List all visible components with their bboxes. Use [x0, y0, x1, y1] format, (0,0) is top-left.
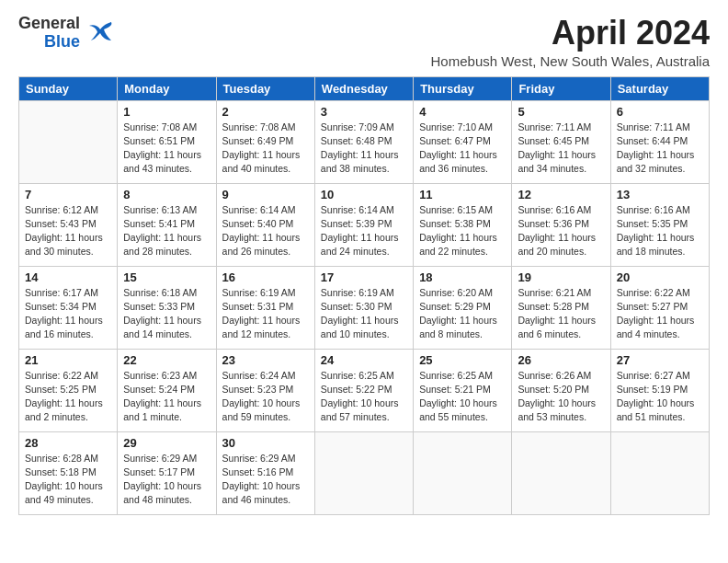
weekday-header-row: SundayMondayTuesdayWednesdayThursdayFrid… [19, 76, 710, 100]
page-header: General Blue April 2024 Homebush West, N… [18, 15, 710, 69]
calendar-week-row: 28Sunrise: 6:28 AM Sunset: 5:18 PM Dayli… [19, 431, 710, 514]
day-info: Sunrise: 6:13 AM Sunset: 5:41 PM Dayligh… [123, 203, 210, 259]
day-info: Sunrise: 6:14 AM Sunset: 5:40 PM Dayligh… [222, 203, 309, 259]
calendar-cell: 24Sunrise: 6:25 AM Sunset: 5:22 PM Dayli… [314, 349, 413, 431]
calendar-cell: 23Sunrise: 6:24 AM Sunset: 5:23 PM Dayli… [216, 349, 314, 431]
day-number: 30 [222, 436, 309, 450]
calendar-cell [314, 431, 413, 514]
day-number: 27 [617, 353, 703, 367]
day-info: Sunrise: 6:26 AM Sunset: 5:20 PM Dayligh… [518, 369, 604, 425]
calendar-cell: 12Sunrise: 6:16 AM Sunset: 5:36 PM Dayli… [512, 183, 610, 266]
calendar-cell: 19Sunrise: 6:21 AM Sunset: 5:28 PM Dayli… [512, 266, 610, 349]
day-info: Sunrise: 7:08 AM Sunset: 6:51 PM Dayligh… [123, 121, 210, 177]
calendar-cell: 10Sunrise: 6:14 AM Sunset: 5:39 PM Dayli… [314, 183, 413, 266]
calendar-cell: 26Sunrise: 6:26 AM Sunset: 5:20 PM Dayli… [512, 349, 610, 431]
day-number: 16 [222, 270, 309, 284]
weekday-header-thursday: Thursday [414, 76, 512, 100]
day-number: 14 [25, 270, 111, 284]
day-info: Sunrise: 6:22 AM Sunset: 5:27 PM Dayligh… [617, 286, 703, 342]
day-number: 5 [518, 105, 604, 119]
calendar-cell: 11Sunrise: 6:15 AM Sunset: 5:38 PM Dayli… [414, 183, 512, 266]
day-number: 23 [222, 353, 309, 367]
calendar-week-row: 14Sunrise: 6:17 AM Sunset: 5:34 PM Dayli… [19, 266, 710, 349]
calendar-cell: 9Sunrise: 6:14 AM Sunset: 5:40 PM Daylig… [216, 183, 314, 266]
day-number: 2 [222, 105, 309, 119]
day-info: Sunrise: 6:16 AM Sunset: 5:35 PM Dayligh… [617, 203, 703, 259]
day-number: 28 [25, 436, 111, 450]
calendar-cell: 18Sunrise: 6:20 AM Sunset: 5:29 PM Dayli… [414, 266, 512, 349]
day-info: Sunrise: 6:27 AM Sunset: 5:19 PM Dayligh… [617, 369, 703, 425]
calendar-week-row: 21Sunrise: 6:22 AM Sunset: 5:25 PM Dayli… [19, 349, 710, 431]
weekday-header-saturday: Saturday [610, 76, 709, 100]
day-info: Sunrise: 6:21 AM Sunset: 5:28 PM Dayligh… [518, 286, 604, 342]
day-info: Sunrise: 6:25 AM Sunset: 5:22 PM Dayligh… [321, 369, 407, 425]
day-info: Sunrise: 7:08 AM Sunset: 6:49 PM Dayligh… [222, 121, 309, 177]
weekday-header-monday: Monday [118, 76, 216, 100]
day-number: 24 [321, 353, 407, 367]
day-number: 17 [321, 270, 407, 284]
calendar-cell [19, 100, 118, 183]
day-number: 11 [419, 188, 506, 201]
calendar-cell: 20Sunrise: 6:22 AM Sunset: 5:27 PM Dayli… [610, 266, 709, 349]
calendar-cell: 6Sunrise: 7:11 AM Sunset: 6:44 PM Daylig… [610, 100, 709, 183]
day-info: Sunrise: 6:19 AM Sunset: 5:31 PM Dayligh… [222, 286, 309, 342]
calendar-cell: 30Sunrise: 6:29 AM Sunset: 5:16 PM Dayli… [216, 431, 314, 514]
weekday-header-friday: Friday [512, 76, 610, 100]
weekday-header-wednesday: Wednesday [314, 76, 413, 100]
day-info: Sunrise: 7:11 AM Sunset: 6:44 PM Dayligh… [617, 121, 703, 177]
calendar-cell: 7Sunrise: 6:12 AM Sunset: 5:43 PM Daylig… [19, 183, 118, 266]
month-title: April 2024 [431, 15, 710, 52]
calendar-cell [512, 431, 610, 514]
calendar-cell [414, 431, 512, 514]
title-area: April 2024 Homebush West, New South Wale… [431, 15, 710, 69]
day-number: 7 [25, 188, 111, 201]
logo: General Blue [18, 15, 115, 52]
day-info: Sunrise: 6:28 AM Sunset: 5:18 PM Dayligh… [25, 452, 111, 508]
calendar-cell: 4Sunrise: 7:10 AM Sunset: 6:47 PM Daylig… [414, 100, 512, 183]
day-info: Sunrise: 7:11 AM Sunset: 6:45 PM Dayligh… [518, 121, 604, 177]
calendar-week-row: 7Sunrise: 6:12 AM Sunset: 5:43 PM Daylig… [19, 183, 710, 266]
calendar-cell: 8Sunrise: 6:13 AM Sunset: 5:41 PM Daylig… [118, 183, 216, 266]
location-subtitle: Homebush West, New South Wales, Australi… [431, 53, 710, 69]
day-number: 29 [123, 436, 210, 450]
day-number: 8 [123, 188, 210, 201]
day-number: 9 [222, 188, 309, 201]
calendar-cell: 27Sunrise: 6:27 AM Sunset: 5:19 PM Dayli… [610, 349, 709, 431]
weekday-header-sunday: Sunday [19, 76, 118, 100]
calendar-cell: 21Sunrise: 6:22 AM Sunset: 5:25 PM Dayli… [19, 349, 118, 431]
day-number: 12 [518, 188, 604, 201]
day-number: 1 [123, 105, 210, 119]
calendar-cell: 29Sunrise: 6:29 AM Sunset: 5:17 PM Dayli… [118, 431, 216, 514]
day-number: 22 [123, 353, 210, 367]
day-info: Sunrise: 6:20 AM Sunset: 5:29 PM Dayligh… [419, 286, 506, 342]
day-number: 18 [419, 270, 506, 284]
logo-bird-icon [85, 17, 115, 50]
weekday-header-tuesday: Tuesday [216, 76, 314, 100]
logo-general: General [18, 15, 80, 33]
day-number: 4 [419, 105, 506, 119]
day-info: Sunrise: 6:19 AM Sunset: 5:30 PM Dayligh… [321, 286, 407, 342]
day-info: Sunrise: 7:10 AM Sunset: 6:47 PM Dayligh… [419, 121, 506, 177]
day-info: Sunrise: 7:09 AM Sunset: 6:48 PM Dayligh… [321, 121, 407, 177]
day-number: 13 [617, 188, 703, 201]
day-info: Sunrise: 6:24 AM Sunset: 5:23 PM Dayligh… [222, 369, 309, 425]
calendar-cell: 13Sunrise: 6:16 AM Sunset: 5:35 PM Dayli… [610, 183, 709, 266]
day-number: 15 [123, 270, 210, 284]
day-info: Sunrise: 6:12 AM Sunset: 5:43 PM Dayligh… [25, 203, 111, 259]
calendar-cell [610, 431, 709, 514]
day-number: 21 [25, 353, 111, 367]
calendar-cell: 28Sunrise: 6:28 AM Sunset: 5:18 PM Dayli… [19, 431, 118, 514]
logo-blue: Blue [44, 33, 80, 52]
day-number: 19 [518, 270, 604, 284]
day-info: Sunrise: 6:23 AM Sunset: 5:24 PM Dayligh… [123, 369, 210, 425]
day-info: Sunrise: 6:16 AM Sunset: 5:36 PM Dayligh… [518, 203, 604, 259]
calendar-cell: 22Sunrise: 6:23 AM Sunset: 5:24 PM Dayli… [118, 349, 216, 431]
day-info: Sunrise: 6:29 AM Sunset: 5:16 PM Dayligh… [222, 452, 309, 508]
calendar-cell: 5Sunrise: 7:11 AM Sunset: 6:45 PM Daylig… [512, 100, 610, 183]
day-number: 20 [617, 270, 703, 284]
day-number: 10 [321, 188, 407, 201]
day-info: Sunrise: 6:25 AM Sunset: 5:21 PM Dayligh… [419, 369, 506, 425]
day-info: Sunrise: 6:14 AM Sunset: 5:39 PM Dayligh… [321, 203, 407, 259]
day-info: Sunrise: 6:15 AM Sunset: 5:38 PM Dayligh… [419, 203, 506, 259]
day-number: 25 [419, 353, 506, 367]
